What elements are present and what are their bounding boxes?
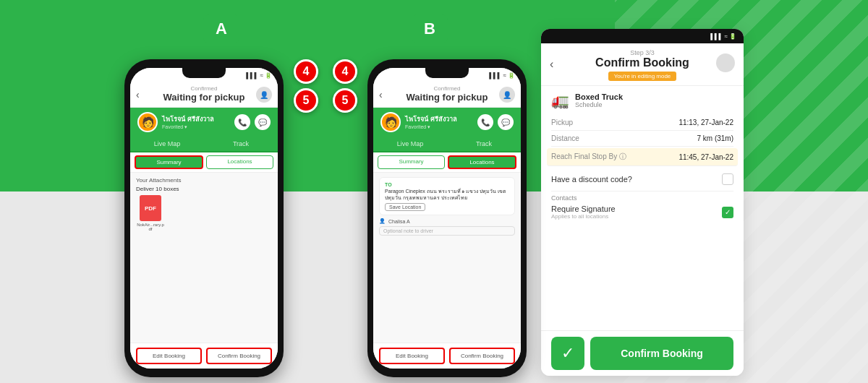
distance-row: Distance 7 km (31m)	[551, 131, 733, 147]
driver-avatar-b: 🧑	[380, 112, 401, 132]
phone-a: ▌▌▌ ≈ 🔋 ‹ Confirmed Waiting for pickup 👤…	[124, 59, 284, 377]
confirmed-b: Confirmed	[434, 85, 461, 92]
content-a: Your Attachments Deliver 10 boxes PDF No…	[130, 173, 278, 343]
location-item-b: TO Paragon Cineplex ถนน พระรามที่ ๑ แขวง…	[379, 177, 515, 215]
discount-label: Have a discount code?	[551, 175, 632, 184]
edit-booking-btn-a[interactable]: Edit Booking	[136, 348, 202, 364]
sub-tab-summary-a[interactable]: Summary	[135, 155, 203, 169]
pickup-label: Pickup	[551, 119, 573, 126]
notch-b	[425, 68, 469, 78]
title-a: Waiting for pickup	[163, 92, 245, 103]
driver-favorited-a[interactable]: Favorited ▾	[162, 124, 230, 130]
signal-b: ▌▌▌ ≈ 🔋	[489, 72, 515, 79]
location-address-b: Paragon Cineplex ถนน พระรามที่ ๑ แขวง ปท…	[385, 188, 509, 201]
booking-step: Step 3/3	[630, 49, 655, 56]
back-btn-b[interactable]: ‹	[379, 89, 383, 100]
booking-footer: ✓ Confirm Booking	[541, 330, 744, 376]
editing-badge: You're in editing mode	[608, 72, 677, 81]
truck-name: Boxed Truck	[575, 92, 623, 101]
avatar-b: 👤	[499, 87, 515, 103]
sub-tabs-b: Summary Locations	[373, 152, 521, 173]
section-b-label: B	[412, 14, 448, 43]
chat-btn-a[interactable]: 💬	[255, 114, 271, 130]
contacts-section: Contacts Require Signature Applies to al…	[551, 194, 733, 220]
header-a: ‹ Confirmed Waiting for pickup 👤	[130, 82, 278, 108]
pdf-block-a: PDF NokAir...rary.pdf	[136, 195, 165, 231]
title-b: Waiting for pickup	[407, 92, 488, 103]
badge4-b: 4	[333, 59, 357, 84]
note-input-b[interactable]: Optional note to driver	[379, 226, 515, 236]
badge5-a: 5	[294, 88, 318, 113]
sub-tabs-a: Summary Locations	[130, 152, 278, 173]
distance-label: Distance	[551, 134, 579, 142]
sub-tab-summary-b[interactable]: Summary	[378, 155, 445, 169]
confirm-booking-btn-a[interactable]: Confirm Booking	[206, 348, 272, 364]
reach-label: Reach Final Stop By ⓘ	[551, 152, 626, 162]
confirm-booking-panel: ▌▌▌ ≈ 🔋 ‹ Step 3/3 Confirm Booking You'r…	[541, 29, 744, 376]
tab-track-a[interactable]: Track	[204, 137, 278, 151]
content-b: TO Paragon Cineplex ถนน พระรามที่ ๑ แขวง…	[373, 173, 521, 343]
save-location-b[interactable]: Save Location	[385, 203, 425, 211]
contacts-title: Contacts	[551, 194, 733, 202]
deliver-text-a: Deliver 10 boxes	[136, 186, 272, 192]
driver-avatar-a: 🧑	[137, 112, 158, 132]
tab-livemap-b[interactable]: Live Map	[373, 137, 447, 151]
pdf-icon-a: PDF	[140, 195, 161, 221]
signal-a: ▌▌▌ ≈ 🔋	[246, 72, 272, 79]
tabs-b: Live Map Track	[373, 137, 521, 152]
contact-row-b: 👤 Chalisa A	[379, 218, 515, 224]
footer-b: Edit Booking Confirm Booking	[373, 343, 521, 369]
tab-track-b[interactable]: Track	[447, 137, 521, 151]
call-btn-a[interactable]: 📞	[234, 114, 250, 130]
edit-booking-btn-b[interactable]: Edit Booking	[379, 348, 445, 364]
signature-row: Require Signature Applies to all locatio…	[551, 205, 733, 220]
confirm-check-btn[interactable]: ✓	[551, 337, 584, 370]
discount-checkbox[interactable]	[722, 173, 733, 185]
footer-a: Edit Booking Confirm Booking	[130, 343, 278, 369]
booking-back-btn[interactable]: ‹	[550, 58, 553, 71]
driver-name-b: ไพโรจน์ ศรีสังวาล	[405, 114, 473, 124]
reach-row: Reach Final Stop By ⓘ 11:45, 27-Jan-22	[547, 148, 738, 166]
chat-btn-b[interactable]: 💬	[498, 114, 514, 130]
driver-favorited-b[interactable]: Favorited ▾	[405, 124, 473, 130]
driver-row-b: 🧑 ไพโรจน์ ศรีสังวาล Favorited ▾ 📞 💬	[373, 108, 521, 137]
truck-row: 🚛 Boxed Truck Schedule	[551, 92, 733, 109]
signature-sub: Applies to all locations	[551, 213, 616, 220]
section-a-label: A	[203, 14, 239, 43]
reach-value: 11:45, 27-Jan-22	[678, 153, 733, 161]
booking-content: 🚛 Boxed Truck Schedule Pickup 11:13, 27-…	[541, 86, 744, 330]
pickup-value: 11:13, 27-Jan-22	[678, 119, 733, 126]
sub-tab-locations-a[interactable]: Locations	[206, 155, 273, 169]
tabs-a: Live Map Track	[130, 137, 278, 152]
attachments-title-a: Your Attachments	[136, 177, 272, 184]
to-label-b: TO	[385, 182, 392, 187]
section-b: B 4 5 ▌▌▌ ≈ 🔋 ‹ Confirmed	[333, 14, 527, 377]
driver-name-a: ไพโรจน์ ศรีสังวาล	[162, 114, 230, 124]
sub-tab-locations-b[interactable]: Locations	[448, 155, 516, 169]
driver-row-a: 🧑 ไพโรจน์ ศรีสังวาล Favorited ▾ 📞 💬	[130, 108, 278, 137]
discount-row: Have a discount code?	[551, 168, 733, 192]
badges-a: 4 5	[294, 59, 318, 149]
confirm-booking-btn-b[interactable]: Confirm Booking	[449, 348, 515, 364]
header-b: ‹ Confirmed Waiting for pickup 👤	[373, 82, 521, 108]
signature-checkbox[interactable]: ✓	[722, 207, 733, 218]
phone-b: ▌▌▌ ≈ 🔋 ‹ Confirmed Waiting for pickup 👤…	[367, 59, 527, 377]
booking-signal: ▌▌▌ ≈ 🔋	[710, 33, 736, 40]
badges-b-left: 4 5	[333, 59, 357, 149]
check-icon: ✓	[561, 344, 574, 363]
booking-header: ‹ Step 3/3 Confirm Booking You're in edi…	[541, 43, 744, 86]
notch-a	[182, 68, 226, 78]
pdf-label-a: NokAir...rary.pdf	[136, 223, 165, 231]
back-btn-a[interactable]: ‹	[136, 89, 140, 100]
tab-livemap-a[interactable]: Live Map	[130, 137, 204, 151]
avatar-a: 👤	[256, 87, 272, 103]
pickup-row: Pickup 11:13, 27-Jan-22	[551, 115, 733, 131]
booking-title: Confirm Booking	[595, 56, 689, 69]
badge5-b: 5	[333, 88, 357, 113]
confirm-booking-btn[interactable]: Confirm Booking	[590, 337, 733, 370]
section-a: A ▌▌▌ ≈ 🔋 ‹ Confirmed Waiting	[124, 14, 318, 377]
contact-icon-b: 👤	[379, 218, 386, 224]
booking-status-bar: ▌▌▌ ≈ 🔋	[541, 29, 744, 43]
call-btn-b[interactable]: 📞	[477, 114, 493, 130]
contact-name-b: Chalisa A	[388, 219, 410, 224]
